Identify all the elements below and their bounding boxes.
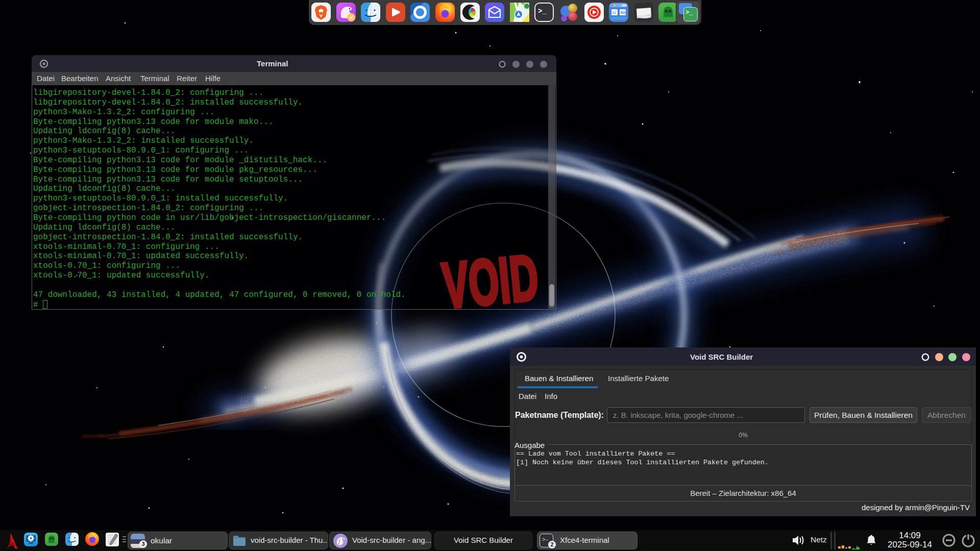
svg-text:Be: Be (621, 10, 626, 15)
svg-text:Li: Li (612, 10, 616, 15)
